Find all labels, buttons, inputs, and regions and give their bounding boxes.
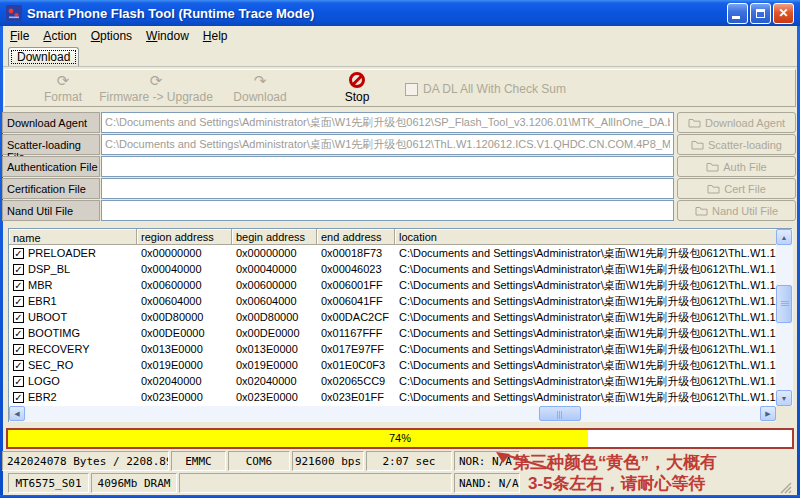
stop-button[interactable]: Stop: [327, 72, 387, 104]
download-agent-browse-button[interactable]: Download Agent: [677, 112, 796, 133]
cert-file-input[interactable]: [101, 178, 674, 199]
da-dl-checksum-checkbox[interactable]: DA DL All With Check Sum: [405, 82, 566, 96]
horizontal-scrollbar[interactable]: ◀ ▶: [9, 406, 776, 422]
nand-util-browse-button[interactable]: Nand Util File: [677, 200, 796, 221]
scroll-up-button[interactable]: ▲: [776, 229, 792, 245]
region-address: 0x023E0000: [137, 391, 232, 403]
cert-button-label: Cert File: [724, 183, 766, 195]
table-row[interactable]: ✓SEC_RO0x019E00000x019E00000x01E0C0F3C:\…: [9, 357, 776, 373]
horizontal-scroll-thumb[interactable]: [539, 406, 581, 421]
region-address: 0x00D80000: [137, 311, 232, 323]
menu-help[interactable]: Help: [196, 27, 235, 45]
region-address: 0x019E0000: [137, 359, 232, 371]
scroll-down-button[interactable]: ▼: [776, 390, 792, 406]
vertical-scrollbar[interactable]: ▲ ▼: [776, 229, 793, 407]
folder-icon: [706, 162, 719, 172]
scroll-right-button[interactable]: ▶: [760, 406, 776, 421]
col-location[interactable]: location: [395, 229, 776, 245]
tab-download[interactable]: Download: [8, 47, 79, 66]
scatter-file-input[interactable]: [101, 134, 674, 155]
table-row[interactable]: ✓PRELOADER0x000000000x000000000x00018F73…: [9, 245, 776, 261]
field-row-nand: Nand Util File Nand Util File: [2, 200, 798, 221]
table-row[interactable]: ✓EBR10x006040000x006040000x006041FFC:\Do…: [9, 293, 776, 309]
partition-location: C:\Documents and Settings\Administrator\…: [395, 278, 776, 293]
format-label: Format: [44, 90, 82, 104]
table-row[interactable]: ✓LOGO0x020400000x020400000x02065CC9C:\Do…: [9, 373, 776, 389]
table-row[interactable]: ✓EBR20x023E00000x023E00000x023E01FFC:\Do…: [9, 389, 776, 405]
menu-action[interactable]: Action: [36, 27, 83, 45]
maximize-button[interactable]: [750, 3, 771, 24]
region-address: 0x00604000: [137, 295, 232, 307]
partition-location: C:\Documents and Settings\Administrator\…: [395, 374, 776, 389]
annotation-line2: 3-5条左右，请耐心等待: [528, 472, 706, 495]
scroll-left-button[interactable]: ◀: [9, 406, 25, 421]
cert-browse-button[interactable]: Cert File: [677, 178, 796, 199]
format-button[interactable]: ⟳ Format: [23, 72, 103, 104]
field-row-auth: Authentication File Auth File: [2, 156, 798, 177]
table-row[interactable]: ✓DSP_BL0x000400000x000400000x00046023C:\…: [9, 261, 776, 277]
auth-browse-button[interactable]: Auth File: [677, 156, 796, 177]
resize-grip[interactable]: [778, 480, 792, 494]
partition-name: MBR: [28, 279, 52, 291]
partition-table: name region address begin address end ad…: [8, 228, 792, 422]
download-button[interactable]: ↷ Download: [220, 72, 300, 104]
firmware-upgrade-button[interactable]: ⟳ Firmware -> Upgrade: [97, 72, 215, 104]
end-address: 0x01E0C0F3: [317, 359, 395, 371]
begin-address: 0x00D80000: [232, 311, 317, 323]
table-rows: ✓PRELOADER0x000000000x000000000x00018F73…: [9, 245, 776, 405]
partition-name: PRELOADER: [28, 247, 96, 259]
row-checkbox[interactable]: ✓: [13, 328, 24, 339]
row-checkbox[interactable]: ✓: [13, 264, 24, 275]
table-row[interactable]: ✓RECOVERY0x013E00000x013E00000x017E97FFC…: [9, 341, 776, 357]
partition-location: C:\Documents and Settings\Administrator\…: [395, 262, 776, 277]
partition-name: UBOOT: [28, 311, 67, 323]
menu-window[interactable]: Window: [139, 27, 196, 45]
begin-address: 0x013E0000: [232, 343, 317, 355]
partition-location: C:\Documents and Settings\Administrator\…: [395, 326, 776, 341]
row-checkbox[interactable]: ✓: [13, 360, 24, 371]
title-bar[interactable]: Smart Phone Flash Tool (Runtime Trace Mo…: [0, 0, 800, 26]
table-row[interactable]: ✓MBR0x006000000x006000000x006001FFC:\Doc…: [9, 277, 776, 293]
down-arrow-icon: ▼: [781, 395, 788, 402]
auth-file-input[interactable]: [101, 156, 674, 177]
col-region-address[interactable]: region address: [137, 229, 232, 245]
status-storage-type: EMMC: [171, 451, 226, 471]
maximize-icon: [756, 9, 765, 18]
progress-percent: 74%: [8, 432, 792, 444]
da-dl-checksum-label: DA DL All With Check Sum: [423, 82, 566, 96]
cert-file-label: Certification File: [2, 178, 100, 199]
begin-address: 0x00040000: [232, 263, 317, 275]
row-checkbox[interactable]: ✓: [13, 392, 24, 403]
vertical-scroll-thumb[interactable]: [776, 285, 792, 323]
row-checkbox[interactable]: ✓: [13, 280, 24, 291]
col-begin-address[interactable]: begin address: [232, 229, 317, 245]
table-row[interactable]: ✓BOOTIMG0x00DE00000x00DE00000x01167FFFC:…: [9, 325, 776, 341]
minimize-button[interactable]: [727, 3, 748, 24]
row-checkbox[interactable]: ✓: [13, 312, 24, 323]
region-address: 0x00DE0000: [137, 327, 232, 339]
download-agent-input[interactable]: [101, 112, 674, 133]
menu-options[interactable]: Options: [84, 27, 139, 45]
close-button[interactable]: ✕: [773, 3, 794, 24]
begin-address: 0x019E0000: [232, 359, 317, 371]
row-checkbox[interactable]: ✓: [13, 376, 24, 387]
end-address: 0x00DAC2CF: [317, 311, 395, 323]
col-end-address[interactable]: end address: [317, 229, 395, 245]
nand-util-input[interactable]: [101, 200, 674, 221]
field-row-scatter: Scatter-loading File Scatter-loading: [2, 134, 798, 155]
app-window: Smart Phone Flash Tool (Runtime Trace Mo…: [0, 0, 800, 498]
col-name[interactable]: name: [9, 229, 137, 245]
stop-label: Stop: [345, 90, 370, 104]
partition-name: EBR2: [28, 391, 57, 403]
region-address: 0x02040000: [137, 375, 232, 387]
end-address: 0x00046023: [317, 263, 395, 275]
table-row[interactable]: ✓UBOOT0x00D800000x00D800000x00DAC2CFC:\D…: [9, 309, 776, 325]
download-agent-button-label: Download Agent: [705, 117, 785, 129]
row-checkbox[interactable]: ✓: [13, 248, 24, 259]
download-agent-label: Download Agent: [2, 112, 100, 133]
scatter-browse-button[interactable]: Scatter-loading: [677, 134, 796, 155]
minimize-icon: [732, 16, 740, 19]
row-checkbox[interactable]: ✓: [13, 344, 24, 355]
menu-file[interactable]: File: [3, 27, 36, 45]
row-checkbox[interactable]: ✓: [13, 296, 24, 307]
